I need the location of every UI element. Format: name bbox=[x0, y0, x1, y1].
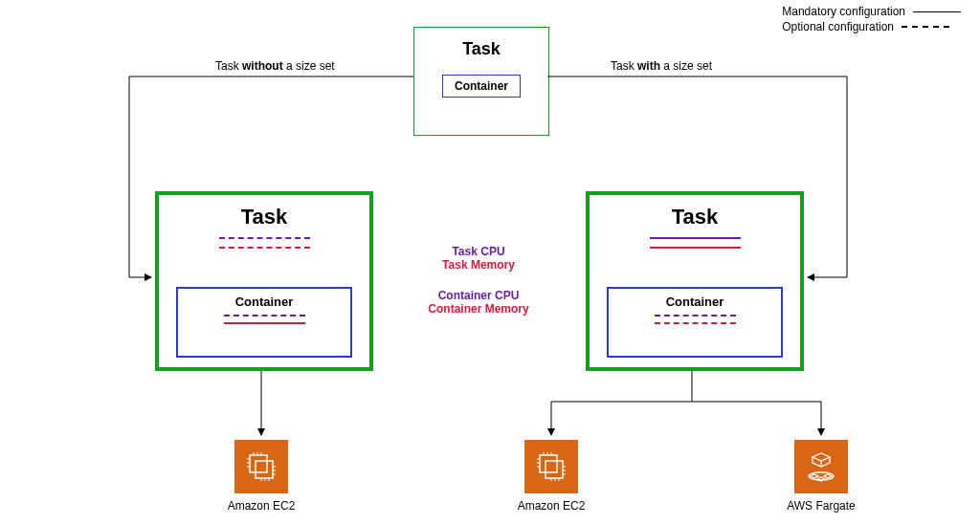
container-cpu-line-right bbox=[655, 315, 736, 317]
legend: Mandatory configuration Optional configu… bbox=[782, 5, 961, 35]
container-box-top: Container bbox=[442, 75, 521, 98]
container-cpu-line-left bbox=[224, 315, 305, 317]
solid-line-icon bbox=[913, 11, 961, 12]
label-container-memory: Container Memory bbox=[412, 302, 546, 316]
task-box-right: Task Container bbox=[586, 191, 804, 371]
svg-rect-1 bbox=[256, 461, 273, 478]
legend-mandatory-label: Mandatory configuration bbox=[782, 5, 905, 18]
fargate-icon bbox=[794, 440, 848, 493]
fargate-label: AWS Fargate bbox=[764, 499, 879, 513]
task-box-top: Task Container bbox=[413, 27, 549, 136]
svg-rect-0 bbox=[250, 455, 267, 472]
svg-rect-15 bbox=[546, 461, 563, 478]
edge-label-without: Task without a size set bbox=[215, 59, 335, 73]
task-title-right: Task bbox=[672, 205, 719, 229]
container-title-right: Container bbox=[666, 295, 724, 309]
ec2-glyph-icon bbox=[534, 449, 568, 484]
label-task-cpu: Task CPU bbox=[412, 245, 546, 258]
legend-optional: Optional configuration bbox=[782, 20, 961, 33]
task-title-left: Task bbox=[241, 205, 288, 229]
ec2-icon bbox=[234, 440, 288, 493]
ec2-icon bbox=[524, 440, 578, 493]
task-cpu-line-left bbox=[219, 237, 310, 239]
container-memory-line-left bbox=[224, 322, 305, 324]
container-title-left: Container bbox=[235, 295, 294, 309]
edge-label-with: Task with a size set bbox=[611, 59, 712, 73]
fargate-glyph-icon bbox=[804, 449, 838, 484]
ec2-label-left: Amazon EC2 bbox=[204, 499, 319, 513]
dashed-line-icon bbox=[902, 26, 949, 28]
container-box-right: Container bbox=[607, 287, 783, 358]
container-box-left: Container bbox=[176, 287, 352, 358]
task-box-left: Task Container bbox=[155, 191, 373, 371]
label-task-memory: Task Memory bbox=[412, 258, 546, 272]
config-labels: Task CPU Task Memory Container CPU Conta… bbox=[412, 245, 546, 316]
svg-rect-14 bbox=[540, 455, 557, 472]
ec2-glyph-icon bbox=[244, 449, 278, 484]
ec2-label-right: Amazon EC2 bbox=[494, 499, 609, 513]
task-memory-line-left bbox=[219, 247, 310, 249]
task-cpu-line-right bbox=[650, 237, 741, 239]
svg-point-28 bbox=[809, 472, 834, 480]
legend-mandatory: Mandatory configuration bbox=[782, 5, 961, 18]
legend-optional-label: Optional configuration bbox=[782, 20, 894, 33]
label-container-cpu: Container CPU bbox=[412, 289, 546, 302]
task-title: Task bbox=[462, 39, 501, 59]
task-memory-line-right bbox=[650, 247, 741, 249]
container-memory-line-right bbox=[655, 322, 736, 324]
